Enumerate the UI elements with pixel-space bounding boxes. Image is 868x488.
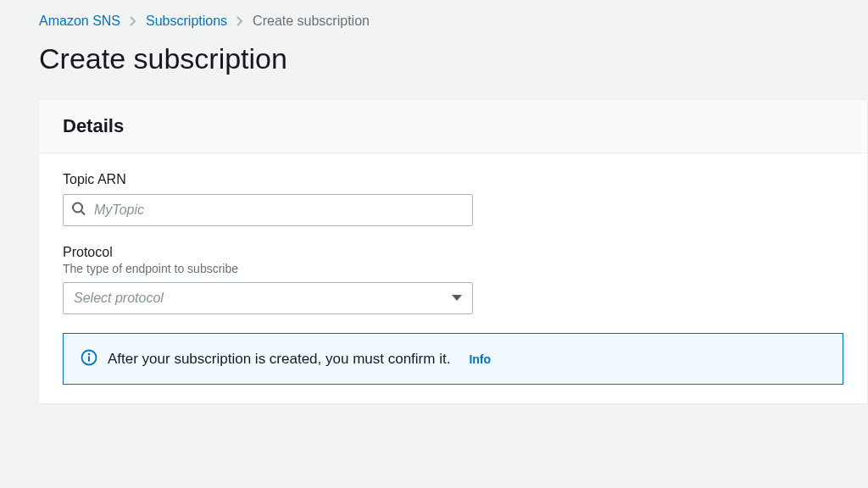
svg-line-1 (81, 212, 85, 215)
breadcrumb-root[interactable]: Amazon SNS (39, 14, 120, 29)
info-banner-text: After your subscription is created, you … (108, 351, 450, 368)
protocol-select[interactable]: Select protocol (63, 282, 473, 314)
details-card: Details Topic ARN Protocol T (39, 99, 868, 404)
info-icon (81, 349, 97, 369)
protocol-group: Protocol The type of endpoint to subscri… (63, 245, 843, 314)
protocol-placeholder: Select protocol (74, 291, 164, 306)
details-heading: Details (63, 115, 843, 137)
svg-rect-4 (88, 357, 90, 362)
info-link[interactable]: Info (469, 352, 491, 366)
search-icon (71, 202, 86, 219)
svg-point-0 (73, 203, 82, 213)
chevron-right-icon (129, 15, 137, 27)
protocol-label: Protocol (63, 245, 843, 260)
svg-point-3 (88, 353, 91, 356)
breadcrumb: Amazon SNS Subscriptions Create subscrip… (39, 14, 868, 29)
info-banner: After your subscription is created, you … (63, 333, 843, 385)
topic-arn-group: Topic ARN (63, 172, 843, 226)
breadcrumb-subscriptions[interactable]: Subscriptions (146, 14, 227, 29)
topic-arn-input[interactable] (63, 194, 473, 226)
breadcrumb-current: Create subscription (253, 14, 370, 29)
protocol-hint: The type of endpoint to subscribe (63, 262, 843, 275)
chevron-right-icon (236, 15, 244, 27)
page-title: Create subscription (39, 42, 868, 75)
topic-arn-label: Topic ARN (63, 172, 843, 187)
details-header: Details (39, 100, 867, 153)
